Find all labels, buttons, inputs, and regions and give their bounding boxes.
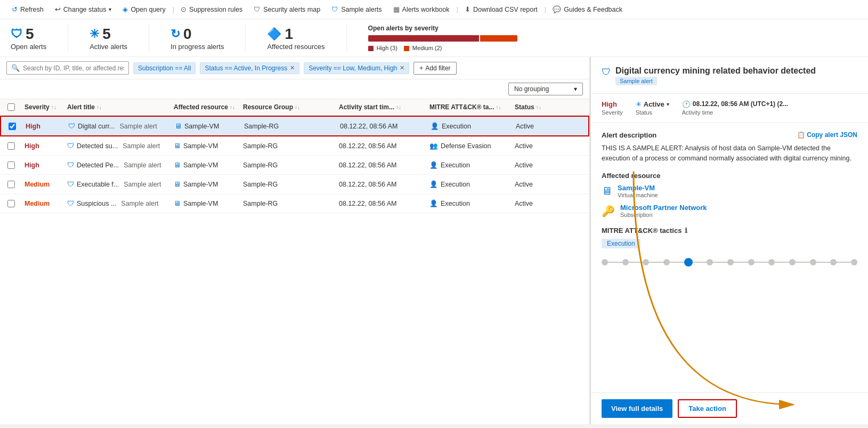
- row3-title: 🛡 Detected Pe... Sample alert: [64, 156, 171, 174]
- mitre-execution-tag: Execution: [602, 239, 640, 248]
- copy-json-button[interactable]: 📋 Copy alert JSON: [797, 131, 857, 139]
- mitre-dot-6: [707, 259, 713, 265]
- info-icon: ℹ: [685, 227, 687, 235]
- stat-affected: 🔷 1 Affected resources: [267, 26, 325, 51]
- row5-time: 08.12.22, 08:56 AM: [336, 195, 426, 213]
- row3-checkbox[interactable]: [4, 156, 21, 174]
- medium-legend-dot: [404, 46, 409, 51]
- view-full-details-button[interactable]: View full details: [602, 399, 672, 418]
- refresh-label: Refresh: [20, 6, 44, 13]
- affected-resource-section: Affected resource: [602, 172, 857, 180]
- status-chevron-icon: ▾: [667, 101, 669, 107]
- severity-bar-medium: [480, 35, 517, 42]
- mitre-line-9: [775, 262, 789, 263]
- table-row[interactable]: High 🛡 Detected su... Sample alert 🖥 Sam…: [0, 136, 589, 156]
- row5-checkbox[interactable]: [4, 195, 21, 213]
- main-content: 🔍 Subscription == All Status == Active, …: [0, 57, 868, 424]
- mitre-timeline: [602, 254, 857, 271]
- alert-description-section: Alert description 📋 Copy alert JSON: [602, 131, 857, 139]
- header-resource-group[interactable]: Resource Group ↑↓: [240, 99, 336, 115]
- row2-checkbox[interactable]: [4, 137, 21, 155]
- row3-status: Active: [512, 156, 565, 174]
- take-action-button[interactable]: Take action: [678, 399, 737, 418]
- toolbar-refresh[interactable]: ↺ Refresh: [6, 0, 50, 19]
- toolbar: ↺ Refresh ↩ Change status ▾ ◈ Open query…: [0, 0, 868, 19]
- filter-severity[interactable]: Severity == Low, Medium, High ✕: [304, 62, 409, 74]
- download-icon: ⬇: [465, 5, 470, 13]
- header-alert-title[interactable]: Alert title ↑↓: [64, 99, 171, 115]
- row4-mitre: 👤 Execution: [426, 175, 512, 193]
- severity-filter-close[interactable]: ✕: [400, 64, 404, 71]
- toolbar-change-status[interactable]: ↩ Change status ▾: [50, 0, 118, 19]
- mitre-section-title: MITRE ATT&CK® tactics ℹ: [602, 227, 857, 235]
- shield-icon: 🛡: [67, 161, 74, 169]
- row4-time: 08.12.22, 08:56 AM: [336, 175, 426, 193]
- spinning-icon: ✳: [636, 100, 642, 108]
- grouping-chevron-icon: ▾: [574, 85, 577, 93]
- vm-icon: 🖥: [174, 180, 181, 188]
- toolbar-sample-alerts[interactable]: 🛡 Sample alerts: [326, 0, 387, 19]
- header-checkbox[interactable]: [4, 99, 21, 115]
- row1-checkbox[interactable]: [5, 117, 22, 135]
- filter-status[interactable]: Status == Active, In Progress ✕: [200, 62, 299, 74]
- row5-resource: 🖥 Sample-VM: [171, 194, 240, 213]
- search-input[interactable]: [23, 64, 124, 72]
- table-header: Severity ↑↓ Alert title ↑↓ Affected reso…: [0, 99, 589, 116]
- row2-check[interactable]: [7, 142, 15, 150]
- resource-subscription-item: 🔑 Microsoft Partner Network Subscription: [602, 204, 857, 218]
- row4-title: 🛡 Executable f... Sample alert: [64, 175, 171, 193]
- mitre-dot-12: [830, 259, 837, 265]
- row3-check[interactable]: [7, 161, 15, 169]
- header-status[interactable]: Status ↑↓: [512, 99, 565, 115]
- toolbar-alerts-workbook[interactable]: ▦ Alerts workbook: [388, 0, 456, 19]
- toolbar-suppression-rules[interactable]: ⊙ Suppression rules: [175, 0, 248, 19]
- subscription-resource-type: Subscription: [620, 212, 707, 218]
- row3-time: 08.12.22, 08:56 AM: [336, 156, 426, 174]
- row5-mitre: 👤 Execution: [426, 194, 512, 213]
- security-map-icon: 🛡: [254, 6, 261, 13]
- title-sort-icon: ↑↓: [96, 104, 102, 110]
- header-severity[interactable]: Severity ↑↓: [21, 99, 64, 115]
- table-row[interactable]: Medium 🛡 Suspicious ... Sample alert 🖥 S…: [0, 194, 589, 213]
- row2-title: 🛡 Detected su... Sample alert: [64, 136, 171, 155]
- row5-check[interactable]: [7, 200, 15, 207]
- mitre-dot-7: [727, 259, 734, 265]
- toolbar-download-csv[interactable]: ⬇ Download CSV report: [459, 0, 543, 19]
- workbook-label: Alerts workbook: [402, 6, 450, 13]
- status-dropdown[interactable]: ✳ Active ▾: [636, 100, 669, 108]
- subscription-resource-name[interactable]: Microsoft Partner Network: [620, 204, 707, 212]
- status-filter-close[interactable]: ✕: [290, 64, 295, 71]
- header-affected-resource[interactable]: Affected resource ↑↓: [171, 99, 240, 115]
- toolbar-security-alerts-map[interactable]: 🛡 Security alerts map: [248, 0, 326, 19]
- search-box[interactable]: 🔍: [6, 61, 129, 75]
- row4-checkbox[interactable]: [4, 175, 21, 193]
- active-alerts-label: Active alerts: [90, 43, 127, 51]
- right-panel: 🛡 Digital currency mining related behavi…: [591, 57, 868, 424]
- table-row[interactable]: Medium 🛡 Executable f... Sample alert 🖥 …: [0, 175, 589, 194]
- add-filter-button[interactable]: + Add filter: [413, 62, 456, 75]
- status-filter-label: Status == Active, In Progress: [205, 64, 287, 72]
- grouping-select[interactable]: No grouping ▾: [508, 83, 583, 95]
- row2-time: 08.12.22, 08:56 AM: [336, 137, 426, 155]
- header-mitre[interactable]: MITRE ATT&CK® ta... ↑↓: [426, 99, 512, 115]
- shield-icon: 🛡: [67, 199, 74, 207]
- select-all-checkbox[interactable]: [7, 103, 15, 111]
- filter-subscription[interactable]: Subscription == All: [133, 62, 196, 74]
- row4-check[interactable]: [7, 181, 15, 188]
- row1-check[interactable]: [9, 123, 16, 130]
- severity-chart-title: Open alerts by severity: [368, 25, 857, 32]
- resource-vm-item: 🖥 Sample-VM Virtual machine: [602, 184, 857, 198]
- mitre-line-7: [734, 262, 748, 263]
- vm-resource-name[interactable]: Sample-VM: [618, 184, 658, 192]
- table-row[interactable]: High 🛡 Digital curr... Sample alert 🖥 Sa…: [0, 116, 589, 136]
- toolbar-guides-feedback[interactable]: 💬 Guides & Feedback: [547, 0, 628, 19]
- row2-status: Active: [512, 137, 565, 155]
- table-row[interactable]: High 🛡 Detected Pe... Sample alert 🖥 Sam…: [0, 156, 589, 175]
- rg-sort-icon: ↑↓: [295, 104, 300, 110]
- active-alerts-count: 5: [102, 26, 111, 43]
- row4-status: Active: [512, 175, 565, 193]
- toolbar-open-query[interactable]: ◈ Open query: [117, 0, 171, 19]
- high-legend-label: High (3): [377, 45, 398, 51]
- header-activity-start[interactable]: Activity start tim... ↑↓: [336, 99, 426, 115]
- subscription-filter-label: Subscription == All: [138, 64, 191, 72]
